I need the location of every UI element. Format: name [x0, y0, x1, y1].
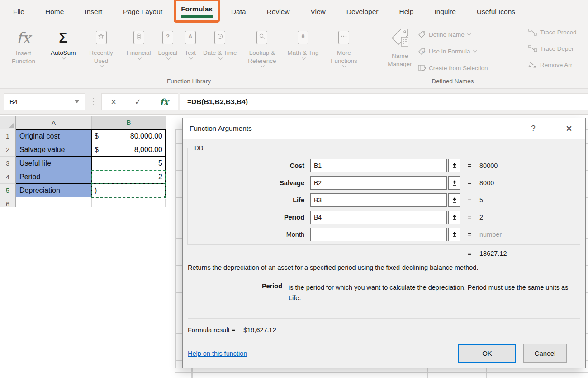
row-header-5[interactable]: 5 — [0, 184, 16, 197]
cell-b4[interactable]: 2 — [92, 170, 166, 184]
annotation-highlight-box: Formulas — [174, 0, 220, 23]
dialog-help-icon[interactable]: ? — [528, 124, 539, 133]
select-all-triangle-icon — [9, 122, 14, 128]
equals-sign: = — [468, 176, 471, 190]
chevron-down-icon[interactable] — [75, 100, 79, 103]
financial-label: Financial — [127, 49, 151, 57]
math-trig-button[interactable]: θ Math & Trig — [284, 26, 322, 60]
function-description: Returns the depreciation of an asset for… — [188, 264, 576, 271]
insert-function-fx-icon[interactable]: fx — [160, 97, 169, 107]
ok-button[interactable]: OK — [458, 344, 516, 363]
row-header-2[interactable]: 2 — [0, 143, 16, 157]
tab-help[interactable]: Help — [389, 8, 424, 16]
equals-sign: = — [468, 193, 471, 207]
dialog-title-bar[interactable]: Function Arguments ? × — [183, 118, 585, 139]
chevron-down-icon — [473, 48, 477, 52]
tab-inquire[interactable]: Inquire — [424, 8, 466, 16]
cell-b1[interactable]: $80,000.00 — [92, 129, 166, 143]
tab-file[interactable]: File — [3, 8, 35, 16]
period-input[interactable]: B4 — [310, 211, 447, 224]
text-button[interactable]: A Text — [181, 26, 199, 60]
life-label: Life — [183, 193, 304, 207]
argument-help-term: Period — [232, 282, 282, 290]
cancel-button[interactable]: Cancel — [523, 344, 567, 363]
collapse-dialog-icon — [452, 180, 457, 186]
date-time-button[interactable]: Date & Time — [199, 26, 240, 60]
ribbon-tab-bar: File Home Insert Page Layout Formulas Da… — [0, 0, 588, 24]
name-box[interactable]: B4 — [4, 93, 85, 110]
cost-label: Cost — [183, 159, 304, 172]
row-header-6[interactable]: 6 — [0, 197, 16, 207]
month-input[interactable] — [310, 228, 447, 241]
tab-review[interactable]: Review — [256, 8, 300, 16]
sheet-row-6: 6 — [0, 197, 166, 207]
salvage-range-selector-button[interactable] — [448, 176, 460, 190]
cost-range-selector-button[interactable] — [448, 159, 460, 172]
cell-a1[interactable]: Original cost — [16, 129, 92, 143]
tab-developer[interactable]: Developer — [336, 8, 389, 16]
remove-arrows-button[interactable]: Remove Arr — [528, 60, 588, 70]
use-in-formula-button[interactable]: fx Use in Formula — [418, 46, 488, 57]
period-result: 2 — [479, 211, 483, 224]
divider — [379, 27, 379, 76]
more-functions-button[interactable]: More Functions — [322, 26, 365, 67]
cell-b2[interactable]: $8,000.00 — [92, 143, 166, 157]
lookup-reference-button[interactable]: Lookup & Reference — [240, 26, 284, 67]
collapse-dialog-icon — [452, 214, 457, 220]
cell-b5[interactable]: ) — [92, 184, 166, 197]
trace-precedents-icon — [528, 29, 537, 36]
name-box-value: B4 — [9, 98, 18, 105]
month-range-selector-button[interactable] — [448, 228, 460, 241]
cell-a4[interactable]: Period — [16, 170, 92, 184]
cell-a2[interactable]: Salvage value — [16, 143, 92, 157]
cell-a5[interactable]: Depreciation — [16, 184, 92, 197]
salvage-input[interactable]: B2 — [310, 176, 447, 190]
row-header-4[interactable]: 4 — [0, 170, 16, 184]
cell-value: 8,000.00 — [134, 146, 162, 154]
cell-a3[interactable]: Useful life — [16, 157, 92, 170]
tab-useful-icons[interactable]: Useful Icons — [466, 8, 526, 16]
recently-used-button[interactable]: Recently Used — [80, 26, 123, 67]
tab-data[interactable]: Data — [221, 8, 256, 16]
defined-names-group-label: Defined Names — [382, 78, 523, 85]
trace-dependents-button[interactable]: Trace Deper — [528, 43, 588, 53]
column-header-b[interactable]: B — [92, 116, 166, 129]
tab-formulas[interactable]: Formulas — [181, 5, 213, 13]
column-header-a[interactable]: A — [16, 116, 92, 129]
cell-b6[interactable] — [92, 197, 166, 207]
tab-home[interactable]: Home — [35, 8, 74, 16]
row-header-1[interactable]: 1 — [0, 129, 16, 143]
define-name-button[interactable]: Define Name — [418, 29, 488, 40]
enter-entry-icon[interactable]: ✓ — [135, 97, 142, 107]
cost-input[interactable]: B1 — [310, 159, 447, 172]
tab-insert[interactable]: Insert — [74, 8, 113, 16]
insert-function-button[interactable]: fx Insert Function — [5, 28, 43, 65]
book-letter-icon: A — [185, 31, 196, 44]
logical-button[interactable]: ? Logical — [155, 26, 181, 60]
cell-a6[interactable] — [16, 197, 92, 207]
life-range-selector-button[interactable] — [448, 193, 460, 207]
help-on-this-function-link[interactable]: Help on this function — [188, 350, 247, 357]
life-input[interactable]: B3 — [310, 193, 447, 207]
gridline-strip-right — [586, 129, 588, 378]
cell-b3[interactable]: 5 — [92, 157, 166, 170]
life-input-value: B3 — [314, 196, 322, 204]
select-all-corner[interactable] — [0, 116, 16, 129]
period-range-selector-button[interactable] — [448, 211, 460, 224]
tab-view[interactable]: View — [300, 8, 336, 16]
month-result-placeholder: number — [479, 228, 502, 241]
create-from-selection-button[interactable]: Create from Selection — [418, 62, 488, 73]
salvage-label: Salvage — [183, 176, 304, 190]
name-manager-button[interactable]: Name Manager — [384, 27, 416, 73]
sheet-row-3: 3 Useful life 5 — [0, 157, 166, 170]
tab-page-layout[interactable]: Page Layout — [113, 8, 173, 16]
drag-handle-icon[interactable] — [93, 98, 94, 99]
dialog-close-icon[interactable]: × — [562, 123, 576, 134]
autosum-button[interactable]: Σ AutoSum — [47, 26, 80, 60]
financial-button[interactable]: Financial — [123, 26, 155, 60]
formula-input[interactable]: =DB(B1,B2,B3,B4) — [180, 93, 588, 110]
cost-input-value: B1 — [314, 162, 322, 169]
cancel-entry-icon[interactable]: × — [111, 97, 116, 106]
trace-precedents-button[interactable]: Trace Preced — [528, 27, 588, 37]
row-header-3[interactable]: 3 — [0, 157, 16, 170]
